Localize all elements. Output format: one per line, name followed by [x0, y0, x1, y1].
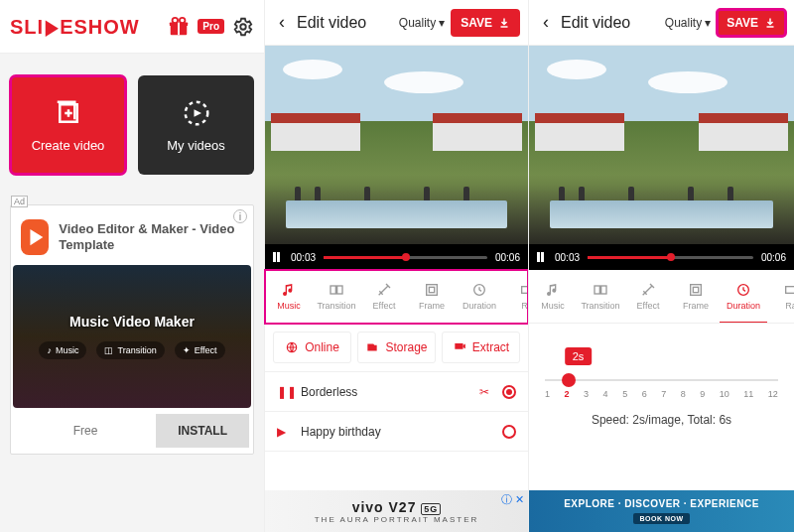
ad-banner: Music Video Maker ♪ Music ◫ Transition ✦…: [13, 265, 251, 408]
create-video-tile[interactable]: Create video: [10, 75, 126, 175]
svg-rect-16: [595, 286, 599, 294]
tab-duration[interactable]: Duration: [456, 270, 503, 323]
ad-tag: Ad: [11, 196, 28, 207]
svg-rect-15: [455, 343, 463, 349]
ad-price: Free: [15, 424, 156, 438]
duration-ticks: 1 2 3 4 5 6 7 8 9 10 11 12: [545, 389, 778, 399]
time-total: 00:06: [495, 252, 520, 263]
editor-tabs: Music Transition Effect Frame Duration R…: [529, 270, 794, 324]
music-source-row: Online Storage Extract: [265, 324, 528, 372]
save-button[interactable]: SAVE: [717, 9, 786, 37]
time-total: 00:06: [761, 252, 786, 263]
tab-music[interactable]: Music: [265, 270, 313, 323]
select-radio[interactable]: [502, 385, 516, 399]
music-row[interactable]: ▶ Happy birthday: [265, 412, 528, 452]
duration-panel: 2s 1 2 3 4 5 6 7 8 9 10 11 12 Speed: 2s/…: [529, 324, 794, 435]
select-radio[interactable]: [502, 425, 516, 439]
playback-bar: 00:03 00:06: [265, 244, 528, 270]
pause-icon[interactable]: ❚❚: [277, 385, 291, 399]
seek-slider[interactable]: [588, 256, 753, 259]
back-icon[interactable]: ‹: [537, 12, 555, 33]
tab-effect[interactable]: Effect: [360, 270, 408, 323]
playback-bar: 00:03 00:06: [529, 244, 794, 270]
gift-icon[interactable]: [168, 16, 190, 38]
ad-chip-effect: ✦ Effect: [175, 341, 225, 359]
svg-point-4: [180, 17, 186, 23]
source-storage[interactable]: Storage: [357, 332, 436, 363]
svg-rect-18: [691, 285, 702, 296]
editor-pane-music: ‹ Edit video Quality▾ SAVE 00:03: [264, 0, 528, 532]
seek-slider[interactable]: [324, 256, 487, 259]
editor-title: Edit video: [561, 14, 659, 32]
ad-chip-transition: ◫ Transition: [96, 341, 164, 359]
ad-info-icon[interactable]: i: [233, 209, 247, 223]
ad-app-title: Video Editor & Maker - Video Template: [59, 221, 243, 252]
native-ad-card[interactable]: Ad i Video Editor & Maker - Video Templa…: [10, 204, 254, 455]
pause-icon[interactable]: [537, 252, 547, 262]
svg-rect-21: [786, 287, 794, 294]
time-current: 00:03: [291, 252, 316, 263]
ad-subtitle: THE AURA PORTRAIT MASTER: [315, 515, 479, 524]
svg-rect-17: [601, 286, 606, 294]
duration-slider[interactable]: [545, 379, 778, 381]
ad-chip-music: ♪ Music: [39, 341, 86, 359]
video-preview[interactable]: [265, 46, 528, 244]
adchoices-icon[interactable]: ⓘ ✕: [501, 492, 524, 507]
music-name: Borderless: [301, 385, 466, 399]
svg-rect-9: [337, 286, 342, 294]
ad-install-button[interactable]: INSTALL: [156, 414, 249, 448]
tab-ratio[interactable]: Ra: [503, 270, 528, 323]
svg-rect-10: [427, 285, 438, 296]
trim-icon[interactable]: ✂: [476, 385, 492, 399]
banner-ad-travel[interactable]: EXPLORE · DISCOVER · EXPERIENCE BOOK NOW: [529, 490, 794, 532]
settings-icon[interactable]: [232, 16, 254, 38]
time-current: 00:03: [555, 252, 580, 263]
duration-summary: Speed: 2s/image, Total: 6s: [545, 413, 778, 427]
svg-rect-11: [429, 287, 434, 292]
home-tiles: Create video My videos: [0, 54, 264, 197]
tab-frame[interactable]: Frame: [408, 270, 456, 323]
music-name: Happy birthday: [301, 425, 492, 439]
svg-point-5: [240, 24, 246, 30]
app-logo: SLI▶ESHOW: [10, 15, 160, 39]
music-row[interactable]: ❚❚ Borderless ✂: [265, 372, 528, 412]
source-extract[interactable]: Extract: [442, 332, 520, 363]
ad-banner-title: Music Video Maker: [39, 314, 224, 330]
tab-duration[interactable]: Duration: [720, 270, 767, 324]
quality-dropdown[interactable]: Quality▾: [399, 16, 445, 30]
editor-tabs: Music Transition Effect Frame Duration R…: [265, 270, 528, 324]
tab-transition[interactable]: Transition: [577, 270, 624, 323]
home-header: SLI▶ESHOW Pro: [0, 0, 264, 54]
ad-headline: EXPLORE · DISCOVER · EXPERIENCE: [564, 498, 759, 509]
duration-bubble: 2s: [565, 347, 593, 365]
quality-dropdown[interactable]: Quality▾: [665, 16, 711, 30]
editor-title: Edit video: [297, 14, 393, 32]
video-preview[interactable]: [529, 46, 794, 244]
create-video-label: Create video: [32, 138, 105, 153]
tab-transition[interactable]: Transition: [313, 270, 360, 323]
pro-badge[interactable]: Pro: [198, 19, 224, 34]
tab-music[interactable]: Music: [529, 270, 577, 323]
save-button[interactable]: SAVE: [451, 9, 520, 37]
play-icon[interactable]: ▶: [277, 425, 291, 439]
tab-frame[interactable]: Frame: [672, 270, 720, 323]
svg-rect-2: [178, 22, 180, 35]
my-videos-tile[interactable]: My videos: [138, 75, 254, 175]
editor-header: ‹ Edit video Quality▾ SAVE: [529, 0, 794, 46]
my-videos-label: My videos: [167, 138, 225, 153]
editor-pane-duration: ‹ Edit video Quality▾ SAVE 00:03: [528, 0, 794, 532]
tab-effect[interactable]: Effect: [624, 270, 672, 323]
ad-cta-button[interactable]: BOOK NOW: [633, 513, 689, 524]
editor-header: ‹ Edit video Quality▾ SAVE: [265, 0, 528, 46]
svg-rect-8: [331, 286, 335, 294]
home-pane: SLI▶ESHOW Pro Create video My videos Ad …: [0, 0, 264, 532]
back-icon[interactable]: ‹: [273, 12, 291, 33]
tab-ratio[interactable]: Ra: [767, 270, 794, 323]
svg-point-3: [173, 17, 179, 23]
banner-ad-vivo[interactable]: ⓘ ✕ vivo V27 5G THE AURA PORTRAIT MASTER: [265, 490, 528, 532]
source-online[interactable]: Online: [273, 332, 351, 363]
ad-app-icon: [21, 219, 49, 255]
music-list: ❚❚ Borderless ✂ ▶ Happy birthday: [265, 372, 528, 452]
pause-icon[interactable]: [273, 252, 283, 262]
svg-rect-19: [693, 287, 698, 292]
